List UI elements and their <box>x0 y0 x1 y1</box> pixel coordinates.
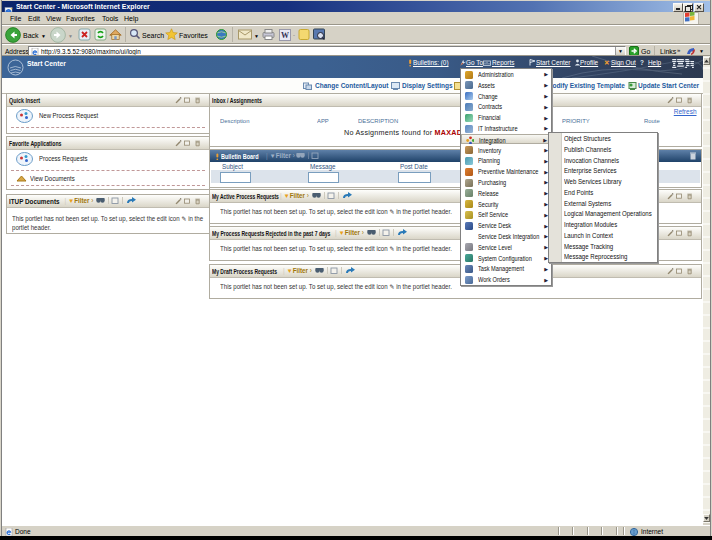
svg-text:W: W <box>281 31 289 40</box>
